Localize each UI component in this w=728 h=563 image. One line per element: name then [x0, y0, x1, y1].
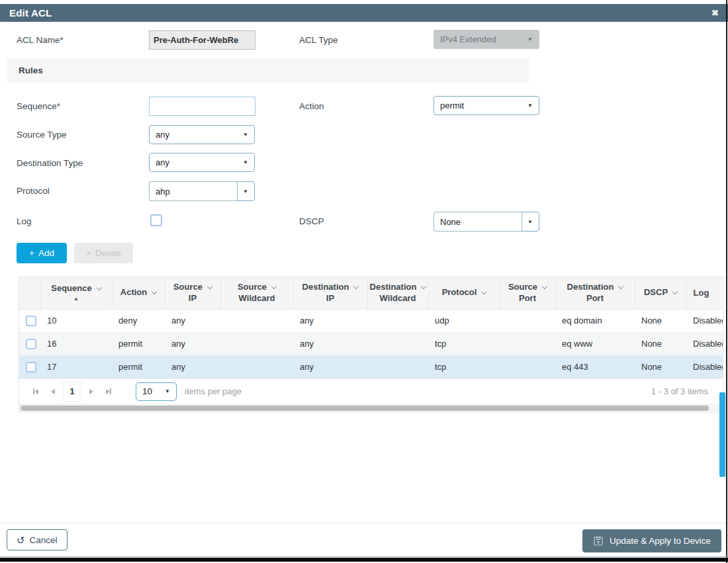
cell-destination-wildcard: [367, 332, 428, 355]
table-row[interactable]: 10 deny any any udp eq domain None Disab…: [19, 309, 723, 332]
column-header-protocol[interactable]: Protocol: [428, 277, 500, 309]
protocol-input[interactable]: ahp: [149, 181, 238, 201]
column-menu-icon[interactable]: [96, 285, 101, 290]
column-label: Port: [586, 293, 604, 304]
source-type-select[interactable]: any ▼: [149, 125, 255, 144]
column-menu-icon[interactable]: [542, 284, 547, 289]
row-checkbox[interactable]: [26, 316, 36, 326]
close-icon[interactable]: ✖: [711, 9, 719, 17]
cell-sequence: 17: [40, 355, 112, 378]
next-page-button[interactable]: [83, 383, 100, 400]
log-label: Log: [17, 216, 32, 226]
column-menu-icon[interactable]: [353, 284, 359, 289]
sequence-input[interactable]: [149, 97, 255, 116]
vertical-scrollbar-thumb[interactable]: [719, 392, 725, 477]
dscp-dropdown-button[interactable]: ▼: [522, 212, 539, 231]
delete-button: × Delete: [74, 243, 133, 263]
column-header-source-ip[interactable]: SourceIP: [165, 277, 220, 309]
column-header-source-port[interactable]: SourcePort: [500, 277, 555, 309]
column-label: Log: [694, 288, 709, 298]
cell-source-port: [500, 309, 555, 332]
page-number-button[interactable]: 1: [63, 382, 81, 402]
cell-dscp: None: [635, 309, 686, 332]
cell-action: permit: [112, 332, 165, 355]
column-label: Protocol: [442, 287, 477, 298]
delete-button-label: Delete: [95, 248, 121, 258]
page-size-select[interactable]: 10 ▼: [136, 382, 177, 401]
protocol-combobox[interactable]: ahp ▼: [149, 181, 255, 201]
action-select[interactable]: permit ▼: [433, 96, 539, 115]
column-menu-icon[interactable]: [421, 284, 426, 289]
rules-section-label: Rules: [19, 65, 43, 75]
table-header-row: Sequence ▲ Action SourceIP SourceWildcar…: [19, 277, 723, 309]
update-apply-button[interactable]: Update & Apply to Device: [582, 529, 721, 552]
last-page-button[interactable]: [100, 383, 117, 400]
column-header-source-wildcard[interactable]: SourceWildcard: [220, 277, 293, 309]
save-icon: [593, 536, 604, 546]
column-menu-icon[interactable]: [152, 289, 157, 294]
cell-source-ip: any: [165, 355, 220, 378]
items-per-page-label: items per page: [185, 386, 242, 396]
column-menu-icon[interactable]: [271, 284, 277, 289]
cancel-button[interactable]: ↺ Cancel: [7, 529, 68, 550]
sort-asc-icon: ▲: [73, 296, 79, 302]
chevron-down-icon: ▼: [527, 103, 533, 108]
table-row[interactable]: 17 permit any any tcp eq 443 None Disabl…: [19, 355, 723, 378]
cell-source-wildcard: [220, 309, 293, 332]
x-icon: ×: [86, 248, 91, 258]
add-button[interactable]: + Add: [17, 243, 67, 263]
destination-type-select[interactable]: any ▼: [149, 153, 255, 172]
row-checkbox[interactable]: [26, 339, 36, 349]
previous-page-button[interactable]: [44, 383, 62, 400]
acl-name-input[interactable]: [149, 30, 255, 50]
horizontal-scrollbar-thumb[interactable]: [21, 406, 709, 411]
column-header-sequence[interactable]: Sequence ▲: [40, 277, 112, 309]
column-menu-icon[interactable]: [618, 284, 623, 289]
cell-action: deny: [112, 309, 165, 332]
column-header-action[interactable]: Action: [112, 277, 165, 309]
select-all-column-header: [19, 277, 40, 309]
acl-type-label: ACL Type: [299, 35, 338, 45]
column-label: Destination: [302, 282, 349, 293]
column-header-destination-port[interactable]: DestinationPort: [555, 277, 635, 309]
column-label: Sequence: [51, 283, 91, 294]
source-type-value: any: [156, 130, 169, 140]
protocol-dropdown-button[interactable]: ▼: [237, 182, 254, 200]
acl-name-label: ACL Name*: [17, 35, 64, 45]
window-right-edge: [726, 0, 727, 563]
column-label: Destination: [567, 282, 614, 293]
column-label: Source: [173, 282, 203, 293]
column-menu-icon[interactable]: [672, 289, 678, 294]
table-row[interactable]: 16 permit any any tcp eq www None Disabl…: [19, 332, 723, 355]
first-page-button[interactable]: [27, 383, 44, 400]
log-checkbox[interactable]: [150, 214, 162, 226]
column-menu-icon[interactable]: [207, 284, 212, 289]
row-checkbox[interactable]: [26, 362, 36, 372]
column-header-destination-wildcard[interactable]: DestinationWildcard: [367, 277, 428, 309]
cell-source-wildcard: [220, 332, 293, 355]
chevron-down-icon: ▼: [527, 219, 533, 225]
column-label: Source: [508, 282, 537, 293]
action-value: permit: [440, 101, 464, 110]
chevron-down-icon: ▼: [243, 159, 248, 165]
column-header-dscp[interactable]: DSCP: [635, 277, 686, 309]
dscp-input[interactable]: None: [433, 212, 522, 232]
rules-section-header: Rules: [7, 58, 529, 83]
column-header-log[interactable]: Log: [686, 277, 723, 309]
cell-protocol: tcp: [428, 332, 500, 355]
column-header-destination-ip[interactable]: DestinationIP: [293, 277, 367, 309]
column-label: Wildcard: [239, 293, 275, 304]
acl-rules-table: Sequence ▲ Action SourceIP SourceWildcar…: [19, 277, 723, 413]
cell-source-ip: any: [165, 309, 220, 332]
horizontal-scrollbar[interactable]: [19, 404, 723, 413]
cell-log: Disabled: [686, 309, 723, 332]
dscp-value: None: [440, 217, 461, 227]
cell-source-port: [500, 355, 555, 378]
column-menu-icon[interactable]: [481, 289, 486, 294]
dscp-combobox[interactable]: None ▼: [433, 212, 539, 232]
cell-action: permit: [112, 355, 165, 378]
column-label: Port: [519, 293, 536, 304]
window-bottom-divider: [0, 556, 728, 557]
column-label: DSCP: [644, 287, 668, 298]
update-apply-button-label: Update & Apply to Device: [610, 536, 711, 546]
